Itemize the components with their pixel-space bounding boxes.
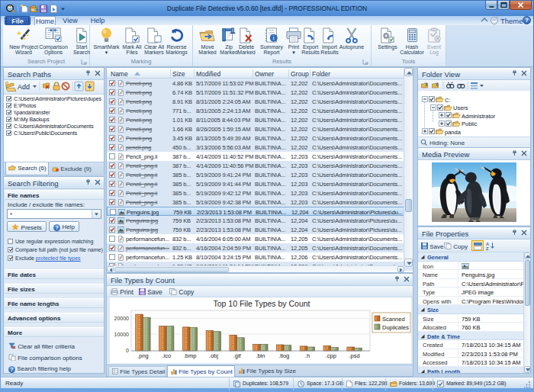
svg-text:.bmp: .bmp — [184, 352, 197, 359]
svg-text:Theme: Theme — [500, 17, 523, 25]
svg-text:.bin: .bin — [256, 352, 265, 359]
svg-text:.obj: .obj — [209, 352, 218, 359]
svg-text:.gif: .gif — [233, 352, 242, 359]
svg-text:Add: Add — [18, 83, 30, 91]
svg-text:.cpp: .cpp — [326, 352, 336, 359]
svg-text:.tlog: .tlog — [278, 352, 289, 359]
svg-text:.ico: .ico — [162, 352, 171, 359]
svg-text:0: 0 — [126, 348, 129, 353]
svg-text:10000: 10000 — [114, 332, 130, 337]
svg-text:20000: 20000 — [114, 316, 130, 321]
svg-text:Z: Z — [486, 246, 489, 250]
svg-text:.h: .h — [305, 352, 310, 359]
svg-text:Duplicates: Duplicates — [382, 324, 409, 331]
svg-text:Top 10 File Types by Count: Top 10 File Types by Count — [213, 299, 310, 308]
svg-text:.psd: .psd — [349, 352, 360, 359]
svg-text:.png: .png — [137, 352, 149, 359]
svg-text:Scanned: Scanned — [382, 316, 405, 323]
